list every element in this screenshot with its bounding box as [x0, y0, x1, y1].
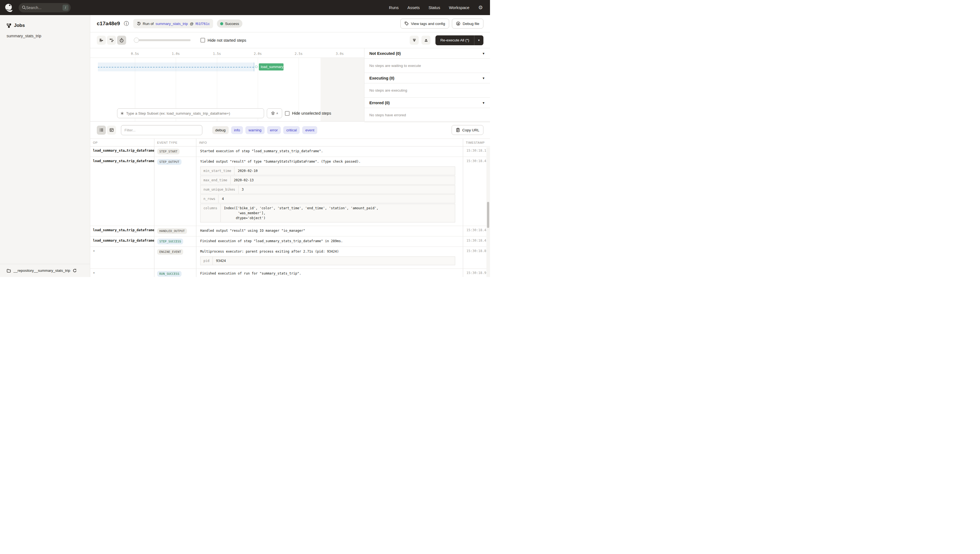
- metadata-row: columnsIndex(['bike_id', 'color', 'start…: [200, 204, 455, 223]
- log-info: Finished execution of step "load_summary…: [196, 236, 463, 247]
- log-event-type-cell: STEP_SUCCESS: [154, 236, 196, 247]
- hide-not-started-label: Hide not started steps: [208, 38, 246, 43]
- nav-status[interactable]: Status: [429, 5, 441, 10]
- logs-toolbar: debuginfowarningerrorcriticalevent Copy …: [90, 121, 490, 139]
- metadata-row: max_end_time2020-02-13: [200, 176, 455, 185]
- step-status-panel: Not Executed (0)▼No steps are waiting to…: [364, 48, 490, 121]
- log-row[interactable]: -RUN_SUCCESSFinished execution of run fo…: [90, 269, 490, 277]
- log-timestamp: 15:30:18.451: [463, 236, 490, 247]
- metadata-value: 2020-02-13: [231, 176, 257, 184]
- jobs-sidebar: Jobs summary_stats_trip __repository__su…: [0, 15, 90, 277]
- sidebar-item-summary-stats-trip[interactable]: summary_stats_trip: [0, 31, 90, 41]
- reexecute-split-button: Re-execute All (*) ▼: [436, 35, 484, 45]
- graph-query-icon: [120, 111, 124, 115]
- log-row[interactable]: load_summary_sta…trip_dataframeHANDLED_O…: [90, 226, 490, 236]
- scroll-to-top-button[interactable]: [422, 36, 431, 45]
- repository-row: __repository__summary_stats_trip: [0, 264, 90, 277]
- event-type-chip: STEP_SUCCESS: [157, 239, 183, 244]
- step-section-header-1[interactable]: Executing (0)▼: [364, 73, 490, 83]
- folder-icon: [6, 269, 11, 273]
- at-sign: @: [190, 22, 194, 26]
- log-info: Multiprocess executor: parent process ex…: [196, 247, 463, 269]
- nav-runs[interactable]: Runs: [389, 5, 399, 10]
- status-label: Success: [225, 22, 239, 26]
- nav-links: Runs Assets Status Workspace ⚙: [389, 5, 483, 10]
- reexecute-all-button[interactable]: Re-execute All (*): [436, 38, 474, 42]
- nav-assets[interactable]: Assets: [407, 5, 420, 10]
- metadata-row: num_unique_bikes3: [200, 185, 455, 194]
- gantt-step-bar[interactable]: load_summary_: [259, 64, 283, 70]
- gantt-selection-region: [98, 62, 254, 71]
- log-filter-input[interactable]: [124, 128, 199, 132]
- col-op: OP: [90, 139, 154, 146]
- log-level-chips: debuginfowarningerrorcriticalevent: [212, 126, 317, 134]
- step-section-header-0[interactable]: Not Executed (0)▼: [364, 48, 490, 59]
- scroll-to-bottom-button[interactable]: [410, 36, 419, 45]
- log-timestamp: 15:30:18.152: [463, 146, 490, 157]
- level-chip-debug[interactable]: debug: [212, 126, 229, 134]
- log-event-type-cell: STEP_OUTPUT: [154, 157, 196, 226]
- info-icon[interactable]: ⓘ: [124, 20, 129, 27]
- axis-tick-label: 1.5s: [213, 52, 221, 56]
- history-icon: [137, 21, 141, 26]
- level-chip-error[interactable]: error: [267, 126, 281, 134]
- log-row[interactable]: load_summary_sta…trip_dataframeSTEP_SUCC…: [90, 236, 490, 247]
- refresh-icon[interactable]: [73, 269, 77, 272]
- hide-unselected-checkbox[interactable]: [285, 111, 290, 116]
- log-scrollbar-thumb[interactable]: [487, 202, 489, 228]
- hide-not-started-checkbox[interactable]: [200, 38, 205, 43]
- hide-unselected-label: Hide unselected steps: [292, 111, 331, 115]
- search-icon: [22, 5, 26, 10]
- graph-query-options-button[interactable]: ˄: [267, 108, 282, 118]
- level-chip-warning[interactable]: warning: [245, 126, 264, 134]
- timed-view-toggle[interactable]: [117, 36, 126, 45]
- level-chip-critical[interactable]: critical: [283, 126, 300, 134]
- nav-workspace[interactable]: Workspace: [449, 5, 469, 10]
- zoom-slider[interactable]: [134, 39, 191, 41]
- copy-url-button[interactable]: Copy URL: [452, 125, 484, 135]
- log-info: Finished execution of run for "summary_s…: [196, 269, 463, 277]
- metadata-table: pid93424: [200, 256, 455, 265]
- log-info: Yielded output "result" of type "Summary…: [196, 157, 463, 226]
- debug-file-button[interactable]: Debug file: [452, 19, 484, 29]
- reexecute-dropdown-caret[interactable]: ▼: [474, 39, 484, 42]
- log-row[interactable]: load_summary_sta…trip_dataframeSTEP_OUTP…: [90, 157, 490, 226]
- step-subset-input[interactable]: [126, 111, 261, 115]
- log-info: Handled output "result" using IO manager…: [196, 226, 463, 236]
- flat-view-toggle[interactable]: [97, 36, 106, 45]
- view-tags-config-button[interactable]: View tags and config: [400, 19, 449, 29]
- gantt-toolbar: Hide not started steps Re-execute All (*…: [90, 32, 490, 48]
- axis-tick-label: 2.0s: [254, 52, 262, 56]
- log-info: Started execution of step "load_summary_…: [196, 146, 463, 157]
- settings-gear-icon[interactable]: ⚙: [478, 5, 483, 10]
- commit-link[interactable]: f61f761c: [196, 22, 210, 26]
- level-chip-event[interactable]: event: [302, 126, 317, 134]
- run-header: c17a48e9 ⓘ Run of summary_stats_trip @ f…: [90, 15, 490, 32]
- step-section-header-2[interactable]: Errored (0)▼: [364, 98, 490, 108]
- step-section-title: Not Executed (0): [369, 51, 401, 56]
- log-row[interactable]: load_summary_sta…trip_dataframeSTEP_STAR…: [90, 146, 490, 157]
- gantt-time-axis: 0.5s1.0s1.5s2.0s2.5s3.0s: [90, 48, 364, 58]
- run-of-text: Run of: [143, 22, 154, 26]
- metadata-key: max_end_time: [200, 176, 231, 184]
- step-section-empty-text: No steps are waiting to execute: [364, 59, 490, 73]
- run-id: c17a48e9: [97, 21, 120, 27]
- search-input[interactable]: [26, 5, 62, 10]
- dagster-logo-icon[interactable]: [5, 3, 14, 12]
- log-list-view-toggle[interactable]: [97, 126, 106, 135]
- log-row[interactable]: -ENGINE_EVENTMultiprocess executor: pare…: [90, 247, 490, 269]
- chevron-up-icon: ˄: [277, 111, 278, 115]
- step-section-empty-text: No steps are executing: [364, 83, 490, 98]
- chevron-down-icon: ▼: [482, 101, 485, 105]
- log-event-type-cell: RUN_SUCCESS: [154, 269, 196, 277]
- event-type-chip: RUN_SUCCESS: [157, 271, 181, 277]
- waterfall-view-toggle[interactable]: [107, 36, 116, 45]
- level-chip-info[interactable]: info: [231, 126, 243, 134]
- zoom-slider-thumb[interactable]: [134, 38, 139, 43]
- log-structured-view-toggle[interactable]: [107, 126, 116, 135]
- run-of-pill: Run of summary_stats_trip @ f61f761c: [133, 19, 213, 28]
- job-link[interactable]: summary_stats_trip: [156, 22, 188, 26]
- log-op: -: [90, 247, 154, 269]
- metadata-row: pid93424: [200, 256, 455, 265]
- log-timestamp: 15:30:18.442: [463, 226, 490, 236]
